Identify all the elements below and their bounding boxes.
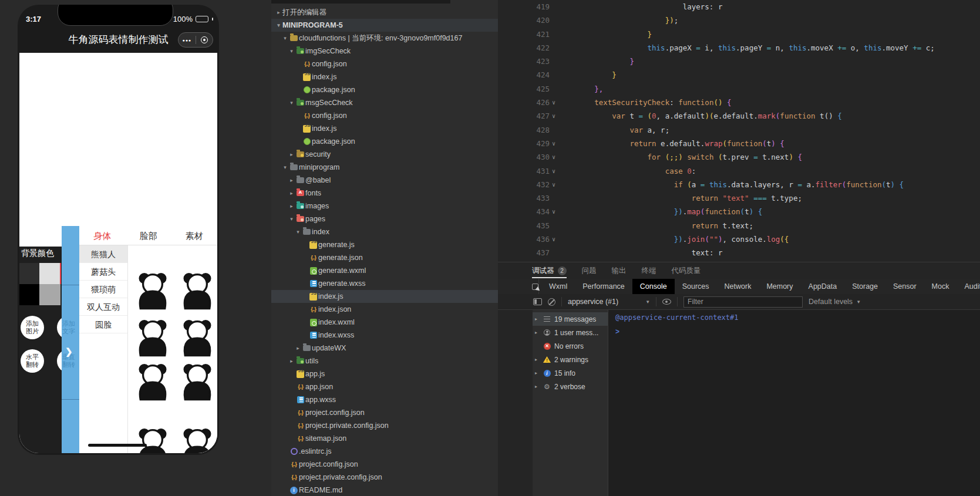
console-filter-row[interactable]: ▸ 1 user mess...: [533, 326, 608, 339]
log-levels-select[interactable]: Default levels ▼: [809, 298, 861, 306]
chevron-right-icon[interactable]: ❯: [65, 346, 73, 357]
tree-item[interactable]: ▾MINIPROGRAM-5: [271, 19, 498, 32]
console-filter-row[interactable]: ▸ ⚙ 2 verbose: [533, 380, 608, 393]
console-filter-input[interactable]: [683, 296, 803, 308]
tree-expand-arrow[interactable]: ▾: [288, 96, 295, 109]
tree-item[interactable]: generate.wxml: [271, 264, 498, 277]
devtools-tab[interactable]: Audits: [957, 279, 980, 294]
tree-item[interactable]: ▾miniprogram: [271, 161, 498, 174]
tree-item[interactable]: index.wxss: [271, 329, 498, 342]
tree-item[interactable]: ▾msgSecCheck: [271, 96, 498, 109]
color-swatch[interactable]: [39, 284, 60, 305]
tree-expand-arrow[interactable]: ▾: [294, 225, 302, 238]
tab-1[interactable]: 脸部: [125, 226, 171, 245]
tree-item[interactable]: ▾pages: [271, 212, 498, 225]
tree-item[interactable]: JSindex.js: [271, 122, 498, 135]
tree-item[interactable]: package.json: [271, 135, 498, 148]
tree-item[interactable]: ▾index: [271, 225, 498, 238]
debugger-tab[interactable]: 调试器2: [532, 262, 567, 279]
tree-item[interactable]: ▾cloudfunctions | 当前环境: env-3gnovo9mf0f9…: [271, 32, 498, 45]
tree-collapse-arrow[interactable]: ▸: [294, 342, 302, 355]
tree-item[interactable]: generate.wxss: [271, 277, 498, 290]
debugger-tab[interactable]: 输出: [612, 262, 627, 279]
tree-item[interactable]: {..}project.private.config.json: [271, 419, 498, 432]
panda-sticker-7[interactable]: [132, 426, 173, 453]
tree-item[interactable]: package.json: [271, 83, 498, 96]
tree-item[interactable]: iREADME.md: [271, 484, 498, 496]
tree-expand-arrow[interactable]: ▾: [288, 45, 295, 58]
color-swatch[interactable]: [19, 284, 39, 305]
panda-sticker-2[interactable]: [177, 270, 217, 311]
tree-item[interactable]: ▸security: [271, 148, 498, 161]
tree-item[interactable]: {..}index.json: [271, 303, 498, 316]
panda-sticker-1[interactable]: [132, 270, 173, 311]
debugger-tab[interactable]: 问题: [582, 262, 597, 279]
tree-item[interactable]: .eslintrc.js: [271, 445, 498, 458]
tab-0[interactable]: 身体: [79, 226, 125, 245]
color-swatch[interactable]: [39, 263, 60, 284]
tree-expand-arrow[interactable]: ▾: [288, 212, 295, 225]
tree-item[interactable]: JSapp.js: [271, 367, 498, 380]
panda-sticker-3[interactable]: [132, 317, 173, 358]
tree-expand-arrow[interactable]: ▾: [275, 19, 282, 32]
tree-item[interactable]: ▸打开的编辑器: [271, 6, 498, 19]
tree-collapse-arrow[interactable]: ▸: [288, 187, 295, 200]
tree-item[interactable]: {..}project.config.json: [271, 406, 498, 419]
tree-expand-arrow[interactable]: ▾: [281, 161, 289, 174]
tree-item[interactable]: {..}project.private.config.json: [271, 471, 498, 484]
tree-item[interactable]: ▸Afonts: [271, 187, 498, 200]
tree-item[interactable]: app.wxss: [271, 393, 498, 406]
devtools-tab[interactable]: Performance: [575, 279, 632, 294]
live-expression-eye-icon[interactable]: [662, 299, 671, 305]
debugger-tab[interactable]: 终端: [642, 262, 656, 279]
console-prompt[interactable]: >: [615, 325, 980, 336]
tree-item[interactable]: index.wxml: [271, 316, 498, 329]
category-item[interactable]: 猥琐萌: [79, 281, 127, 298]
action-button[interactable]: 添加图片: [21, 316, 44, 339]
devtools-tab[interactable]: Mock: [924, 279, 957, 294]
panda-sticker-8[interactable]: [177, 426, 217, 453]
tree-item[interactable]: {..}app.json: [271, 380, 498, 393]
devtools-tab[interactable]: Network: [717, 279, 759, 294]
tree-collapse-arrow[interactable]: ▸: [288, 174, 295, 187]
color-swatch[interactable]: [19, 263, 39, 284]
tree-item[interactable]: ▾imgSecCheck: [271, 45, 498, 58]
devtools-tab[interactable]: Memory: [759, 279, 800, 294]
action-button[interactable]: 水平翻转: [21, 349, 44, 373]
clear-console-icon[interactable]: [548, 298, 555, 306]
console-filter-row[interactable]: ▸ 19 messages: [533, 312, 608, 326]
tree-item[interactable]: {..}project.config.json: [271, 458, 498, 471]
devtools-tab[interactable]: Wxml: [541, 279, 575, 294]
panda-sticker-6[interactable]: [177, 361, 217, 402]
console-filter-row[interactable]: ▸ i 15 info: [533, 366, 608, 380]
tree-item[interactable]: ▸images: [271, 200, 498, 212]
tree-item[interactable]: JSgenerate.js: [271, 238, 498, 251]
tree-item[interactable]: ▸@babel: [271, 174, 498, 187]
devtools-tab[interactable]: Sources: [675, 279, 717, 294]
devtools-tab[interactable]: Storage: [844, 279, 885, 294]
console-filter-row[interactable]: ▸ ! 2 warnings: [533, 353, 608, 366]
console-sidebar-toggle-icon[interactable]: [533, 298, 542, 305]
devtools-tab[interactable]: Sensor: [885, 279, 924, 294]
tree-item[interactable]: {..}generate.json: [271, 251, 498, 264]
panda-sticker-4[interactable]: [177, 317, 217, 358]
category-item[interactable]: 熊猫人: [79, 245, 127, 263]
execution-context-select[interactable]: appservice (#1) ▼: [568, 298, 650, 306]
panel-expander-strip[interactable]: ❯: [62, 226, 79, 453]
devtools-tab[interactable]: AppData: [801, 279, 845, 294]
tree-item[interactable]: ▸updateWX: [271, 342, 498, 355]
tree-item[interactable]: JSindex.js: [271, 70, 498, 83]
panda-sticker-5[interactable]: [132, 361, 173, 402]
tree-item[interactable]: {..}sitemap.json: [271, 432, 498, 445]
more-dots-icon[interactable]: ●●●: [179, 33, 196, 47]
tree-collapse-arrow[interactable]: ▸: [275, 6, 282, 19]
tree-collapse-arrow[interactable]: ▸: [288, 148, 295, 161]
category-item[interactable]: 圆脸: [79, 316, 127, 333]
tree-expand-arrow[interactable]: ▾: [281, 32, 289, 45]
tree-collapse-arrow[interactable]: ▸: [288, 200, 295, 212]
tree-item[interactable]: JSindex.js: [271, 290, 498, 303]
debugger-tab[interactable]: 代码质量: [672, 262, 701, 279]
console-filter-row[interactable]: ✕ No errors: [533, 339, 608, 353]
devtools-tab[interactable]: Console: [632, 279, 675, 294]
record-circle-icon[interactable]: [196, 33, 213, 47]
